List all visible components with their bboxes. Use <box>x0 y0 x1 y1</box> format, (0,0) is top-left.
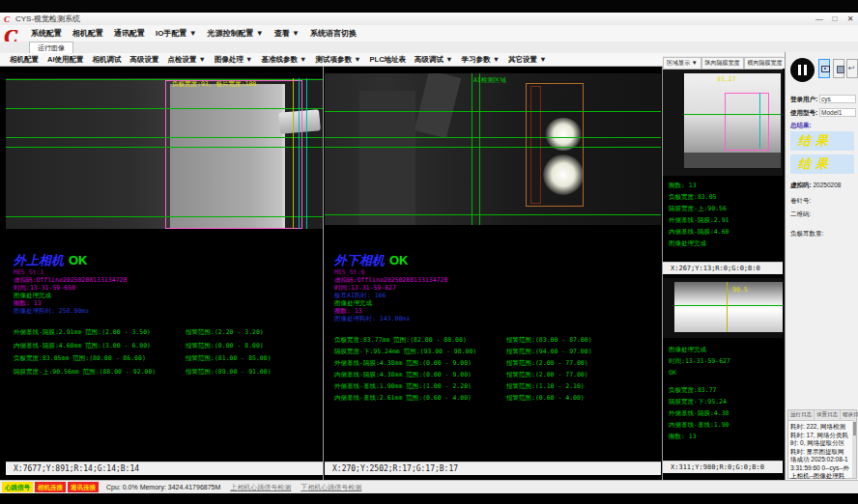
log-tab[interactable]: 运行日志 <box>788 410 815 420</box>
readout-line: 图像处理完成 <box>669 238 729 249</box>
thumb-bottom-readout-2: 负极宽度:83.77隔膜宽度-下:95.24外侧基线-隔膜:4.38内侧基线-基… <box>669 384 729 442</box>
width-overlay-text: 93.27 <box>717 75 736 83</box>
menu-item[interactable]: IO手配置 ▼ <box>156 28 197 39</box>
virtual-code: 虚拟码:Offline2025020813313472B <box>334 276 644 284</box>
capture-time: 时间:13-31-59-627 <box>334 284 644 292</box>
user-value[interactable]: cys <box>819 95 856 103</box>
menu-item[interactable]: 光源控制配置 ▼ <box>208 28 264 39</box>
measurement-row: 内侧基线-隔膜:4.38mm 范围:(0.00 - 9.00) 报警范围:(2.… <box>334 369 658 380</box>
panel-toggle-button[interactable] <box>833 59 844 78</box>
toolbar-item[interactable]: 相机调试 <box>93 55 122 65</box>
mes-status: MES_St:0 <box>334 268 644 276</box>
log-scrollbar[interactable] <box>852 420 856 478</box>
camera-name-label: 外下相机 <box>334 253 385 267</box>
user-label: 登录用户: <box>790 96 817 102</box>
middle-camera-image[interactable]: AI检测区域 <box>325 73 661 225</box>
toolbar-item[interactable]: 学习参数 ▼ <box>462 55 500 65</box>
roi-box-red <box>530 86 541 204</box>
log-tab[interactable]: 设置日志 <box>815 410 841 420</box>
baseline-green <box>325 111 661 112</box>
thumb-top-image[interactable]: 93.27 <box>663 70 783 176</box>
toolbar-item[interactable]: 高级调试 ▼ <box>415 55 453 65</box>
toolbar-item[interactable]: 点检设置 ▼ <box>168 55 207 65</box>
machine-structure <box>415 73 461 138</box>
left-camera-image[interactable]: 负极宽度:93, 极片宽度:100 <box>6 78 323 229</box>
camera-view-button[interactable] <box>818 59 830 78</box>
menu-item[interactable]: 系统语言切换 <box>310 28 357 39</box>
readout-line: 外侧基线-隔膜:2.91 <box>669 214 729 226</box>
cell-region <box>674 282 783 332</box>
model-field: 使用型号: Model1 <box>790 108 856 118</box>
width-overlay-text: 负极宽度:93, 极片宽度:100 <box>172 80 256 89</box>
toolbar-item[interactable]: 图像处理 ▼ <box>214 55 253 65</box>
thumb-view-tab[interactable]: 纵向隔膜宽度 <box>701 57 744 69</box>
mes-status: MES_St:1 <box>14 268 323 276</box>
thumb-view-tab[interactable]: 横向隔膜宽度 <box>744 57 786 69</box>
camera-icon <box>821 66 830 72</box>
measurement-row: 外侧基线-基线:1.90mm 范围:(1.00 - 2.20) 报警范围:(1.… <box>334 380 658 392</box>
alarm-range: 报警范围:(81.00 - 85.00) <box>186 354 272 363</box>
code-value: 20250208 <box>813 182 841 188</box>
heartbeat-badge: 心跳信号 <box>2 482 33 492</box>
needle-label: 卷针号: <box>790 197 811 206</box>
thumb-view-tab[interactable]: 区域显示 ▼ <box>663 57 701 69</box>
log-tabs: 运行日志设置日志错误日志 <box>788 410 856 421</box>
measurement-row: 负极宽度:83.05mm 范围:(80.00 - 86.00) 报警范围:(81… <box>14 352 321 366</box>
maximize-button[interactable]: □ <box>827 14 843 23</box>
tab-count-label: 负极耳数量: <box>790 230 823 238</box>
alarm-range: 报警范围:(94.00 - 97.00) <box>506 348 592 356</box>
readout-line: 圈数: 13 <box>669 180 729 191</box>
thumb-view-tabs: 区域显示 ▼纵向隔膜宽度横向隔膜宽度 <box>663 56 783 70</box>
menu-item[interactable]: 查看 ▼ <box>274 28 300 39</box>
measurement-row: 内侧基线-隔膜:4.60mm 范围:(3.00 - 6.00) 报警范围:(0.… <box>14 340 321 353</box>
readout-line: 图像处理完成 <box>669 344 730 355</box>
dark-band <box>684 153 781 168</box>
window-title: CYS-视觉检测系统 <box>15 14 80 24</box>
model-value[interactable]: Model1 <box>819 108 856 117</box>
toolbar-item[interactable]: PLC地址表 <box>370 55 407 65</box>
alarm-range: 报警范围:(83.00 - 87.00) <box>506 336 592 345</box>
readout-line: 隔膜宽度-下:95.24 <box>669 396 729 407</box>
alarm-range: 报警范围:(0.00 - 8.00) <box>186 342 264 350</box>
edge-line-cyan <box>299 78 300 229</box>
toolbar-item[interactable]: 测试项参数 ▼ <box>316 55 361 65</box>
refresh-button[interactable]: ↩ <box>846 59 858 78</box>
window-controls: — □ ✕ <box>812 14 858 23</box>
thumb-bottom-image[interactable]: 90.5 <box>663 278 783 338</box>
lower-camera-heartbeat-link[interactable]: 下相机心跳信号检测 <box>300 483 361 492</box>
cpu-memory-status: Cpu: 0.0% Memory: 3424.41796875M <box>106 484 220 490</box>
thumb-top-readout: 圈数: 13负极宽度:83.05隔膜宽度-上:90.56外侧基线-隔膜:2.91… <box>669 180 729 249</box>
measurement-value: 负极宽度:83.05mm 范围:(80.00 - 86.00) <box>14 354 186 363</box>
menu-items: 系统配置相机配置通讯配置IO手配置 ▼光源控制配置 ▼查看 ▼系统语言切换 <box>31 28 357 39</box>
process-done: 图像处理完成 <box>14 292 323 299</box>
middle-coord-bar: X:270;Y:2502;R:17;G:17;B:17 <box>325 462 661 475</box>
toolbar-item[interactable]: 高级设置 <box>130 55 159 65</box>
menu-item[interactable]: 通讯配置 <box>114 28 145 39</box>
roi-box-pink <box>725 93 769 151</box>
upper-camera-heartbeat-link[interactable]: 上相机心跳信号检测 <box>230 483 291 492</box>
pause-button[interactable] <box>790 58 815 82</box>
ok-status: OK <box>669 367 730 378</box>
total-result-label: 总结果: <box>790 122 812 130</box>
top-strip <box>0 0 858 13</box>
toolbar-item[interactable]: 相机配置 <box>10 55 39 65</box>
virtual-code: 虚拟码:Offline2025020813313472B <box>14 276 323 284</box>
toolbar-item[interactable]: 其它设置 ▼ <box>508 55 547 65</box>
menu-item[interactable]: 相机配置 <box>72 28 103 39</box>
minimize-button[interactable]: — <box>812 14 827 23</box>
edge-line-green <box>479 73 480 225</box>
qr-label: 二维码: <box>790 210 811 219</box>
menu-item[interactable]: 系统配置 <box>31 28 62 39</box>
left-measurements: 外侧基线-隔膜:2.91mm 范围:(2.00 - 3.50) 报警范围:(2.… <box>14 326 321 378</box>
baseline-green <box>6 108 323 109</box>
log-tab[interactable]: 错误日志 <box>841 410 858 420</box>
edge-line-cyan <box>306 78 307 229</box>
toolbar-item[interactable]: AI使用配置 <box>47 55 84 65</box>
toolbar-item[interactable]: 基准线参数 ▼ <box>262 55 307 65</box>
code-label: 虚拟码: <box>790 182 812 188</box>
tab-run-image[interactable]: 运行图像 <box>29 42 73 53</box>
bottom-statusbar: 心跳信号 相机连接 通讯连接 Cpu: 0.0% Memory: 3424.41… <box>0 480 858 493</box>
code-field: 虚拟码: 20250208 <box>790 182 841 190</box>
panel-icon <box>837 66 844 73</box>
close-button[interactable]: ✕ <box>843 14 858 23</box>
